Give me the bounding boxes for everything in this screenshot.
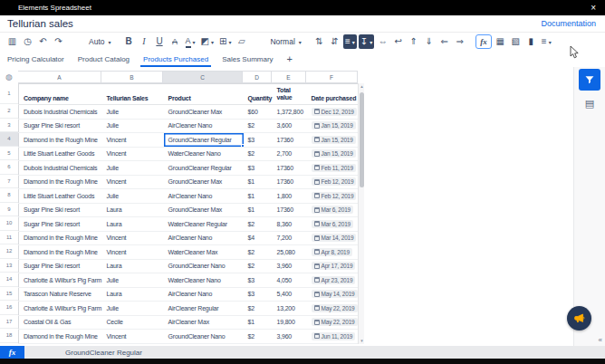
insert-row-above-button[interactable]: ⇑ xyxy=(407,34,420,49)
cell-C6[interactable]: GroundCleaner Regular xyxy=(164,161,244,176)
row-number-6[interactable]: 6 xyxy=(0,160,18,175)
cell-B10[interactable]: Laura xyxy=(102,217,164,232)
cell-A18[interactable]: Diamond in the Rough Mine xyxy=(19,330,102,344)
cell-B17[interactable]: Cecile xyxy=(102,315,164,330)
cell-A4[interactable]: Diamond in the Rough Mine xyxy=(19,133,102,148)
cell-E10[interactable]: 8,360 xyxy=(273,217,307,232)
cell-F17[interactable]: May 22, 2019 xyxy=(307,315,359,330)
cell-C2[interactable]: GroundCleaner Max xyxy=(164,105,244,120)
function-button[interactable]: fx xyxy=(475,34,492,49)
sort-ascending-button[interactable]: ⇅ xyxy=(312,34,326,49)
cell-C10[interactable]: WaterCleaner Regular xyxy=(164,217,244,232)
cell-F3[interactable]: Jan 15, 2019 xyxy=(307,119,359,133)
cell-B5[interactable]: Vincent xyxy=(102,147,164,161)
cell-F10[interactable]: Mar 6, 2019 xyxy=(307,217,359,232)
italic-button[interactable]: I xyxy=(138,34,151,49)
col-header-cell-A[interactable]: Company name xyxy=(19,84,102,105)
column-header-A[interactable]: A xyxy=(18,71,101,83)
sidebar-toggle-icon[interactable]: ▤ xyxy=(581,94,599,112)
cell-E17[interactable]: 19,800 xyxy=(273,315,307,330)
announcements-button[interactable] xyxy=(567,306,591,330)
cell-E6[interactable]: 17360 xyxy=(273,161,307,176)
cell-E2[interactable]: 1,372,800 xyxy=(273,105,307,120)
cell-D13[interactable]: $2 xyxy=(244,259,273,273)
cell-D8[interactable]: $1 xyxy=(244,189,273,204)
cell-B3[interactable]: Julie xyxy=(102,119,164,133)
cell-A16[interactable]: Charlotte & Wilbur's Pig Farm xyxy=(19,302,102,316)
save-button[interactable]: ▥ xyxy=(5,34,19,49)
cell-B12[interactable]: Vincent xyxy=(102,245,164,260)
cell-F14[interactable]: Apr 23, 2019 xyxy=(307,273,359,288)
cell-A10[interactable]: Sugar Pine Ski resort xyxy=(19,217,102,232)
cell-C4[interactable]: GroundCleaner Regular xyxy=(164,133,244,148)
cell-A8[interactable]: Little Stuart Leather Goods xyxy=(19,189,102,204)
cell-F15[interactable]: May 14, 2019 xyxy=(307,287,359,302)
align-left-button[interactable]: ≡▾ xyxy=(343,34,357,49)
cell-D12[interactable]: $2 xyxy=(244,245,273,260)
row-number-15[interactable]: 15 xyxy=(0,287,18,302)
cell-C16[interactable]: AirCleaner Regular xyxy=(164,302,244,316)
tab-sales-summary[interactable]: Sales Summary xyxy=(222,51,273,67)
cell-B7[interactable]: Vincent xyxy=(102,175,164,189)
cell-A15[interactable]: Tarascon Nature Reserve xyxy=(19,287,102,302)
collapse-chevron[interactable]: « xyxy=(599,336,602,344)
scroll-up-icon[interactable]: ▴ xyxy=(359,83,365,90)
undo-button[interactable]: ↶ xyxy=(36,34,50,49)
cell-C18[interactable]: GroundCleaner Nano xyxy=(164,330,244,344)
cell-D10[interactable]: $2 xyxy=(244,217,273,232)
cell-C17[interactable]: AirCleaner Max xyxy=(164,315,244,330)
cell-D5[interactable]: $2 xyxy=(244,147,273,161)
documentation-link[interactable]: Documentation xyxy=(541,19,596,28)
cell-D17[interactable]: $1 xyxy=(244,315,273,330)
cell-B9[interactable]: Laura xyxy=(102,203,164,217)
cell-A2[interactable]: Dubois Industrial Chemicals xyxy=(19,105,102,120)
row-number-16[interactable]: 16 xyxy=(0,301,18,315)
cell-D9[interactable]: $1 xyxy=(244,203,273,217)
cell-D11[interactable]: $4 xyxy=(244,231,273,245)
tab-products-purchased[interactable]: Products Purchased xyxy=(143,51,208,67)
row-number-11[interactable]: 11 xyxy=(0,231,18,245)
col-header-cell-C[interactable]: Product xyxy=(164,84,244,105)
cell-E18[interactable]: 3,960 xyxy=(273,330,307,344)
insert-column-left-button[interactable]: ⇐ xyxy=(437,34,451,49)
cell-F7[interactable]: Feb 12, 2019 xyxy=(307,175,359,189)
cell-D18[interactable]: $2 xyxy=(244,330,273,344)
redo-button[interactable]: ↷ xyxy=(52,34,65,49)
cell-E16[interactable]: 13,200 xyxy=(273,302,307,316)
cell-B14[interactable]: Julie xyxy=(102,273,164,288)
cell-F5[interactable]: Jan 15, 2019 xyxy=(307,147,359,161)
cell-E8[interactable]: 1,800 xyxy=(273,189,307,204)
cell-A11[interactable]: Diamond in the Rough Mine xyxy=(19,231,102,245)
cell-A3[interactable]: Sugar Pine Ski resort xyxy=(19,119,102,133)
cell-F11[interactable]: Mar 14, 2019 xyxy=(307,231,359,245)
column-header-F[interactable]: F xyxy=(306,71,358,83)
vertical-scrollbar[interactable]: ▴ ▾ xyxy=(358,83,364,344)
cell-E12[interactable]: 25,080 xyxy=(273,245,307,260)
fx-button[interactable]: fx xyxy=(0,346,24,359)
row-number-8[interactable]: 8 xyxy=(0,188,18,203)
row-number-7[interactable]: 7 xyxy=(0,175,18,189)
borders-button[interactable]: ⊞▾ xyxy=(217,34,233,49)
row-number-9[interactable]: 9 xyxy=(0,203,18,217)
cell-B13[interactable]: Laura xyxy=(102,259,164,273)
clear-formatting-button[interactable]: A xyxy=(168,34,182,49)
cell-C3[interactable]: AirCleaner Nano xyxy=(164,119,244,133)
cell-A12[interactable]: Diamond in the Rough Mine xyxy=(19,245,102,260)
row-number-13[interactable]: 13 xyxy=(0,259,18,273)
cell-E3[interactable]: 3,600 xyxy=(273,119,307,133)
row-number-10[interactable]: 10 xyxy=(0,216,18,231)
cell-C13[interactable]: GroundCleaner Nano xyxy=(164,259,244,273)
text-color-button[interactable]: A▾ xyxy=(184,34,197,49)
cell-D14[interactable]: $3 xyxy=(244,273,273,288)
col-header-cell-E[interactable]: Total value xyxy=(273,84,307,105)
cell-E5[interactable]: 2,700 xyxy=(273,147,307,161)
cell-E11[interactable]: 7,200 xyxy=(273,231,307,245)
cell-B11[interactable]: Vincent xyxy=(102,231,164,245)
insert-column-right-button[interactable]: ⇒ xyxy=(453,34,466,49)
bold-button[interactable]: B xyxy=(122,34,136,49)
row-number-4[interactable]: 4 xyxy=(0,132,18,147)
col-header-cell-B[interactable]: Tellurian Sales xyxy=(102,84,164,105)
cell-D3[interactable]: $2 xyxy=(244,119,273,133)
close-icon[interactable]: × xyxy=(591,4,596,13)
grid-corner-icon[interactable]: ◍ xyxy=(0,71,18,83)
